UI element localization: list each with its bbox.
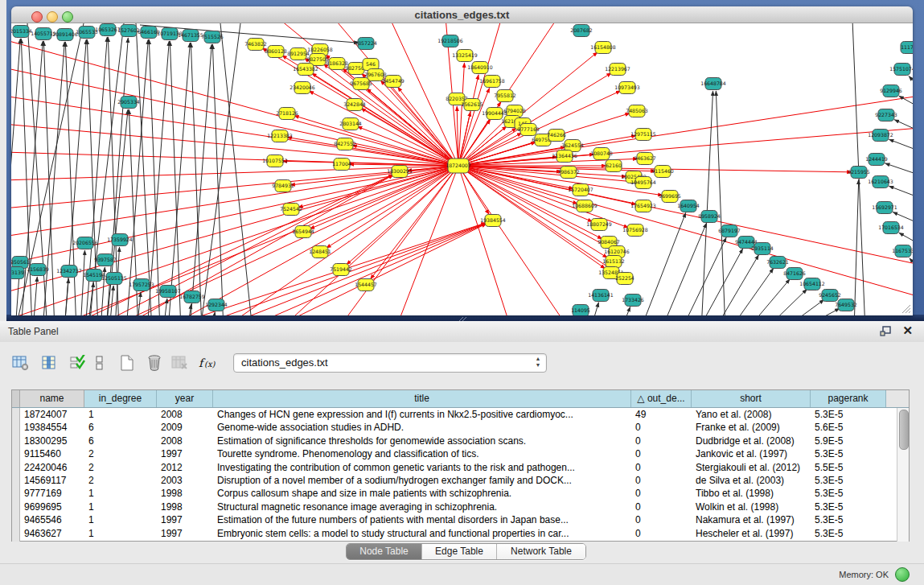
column-select-icon[interactable] [66, 352, 88, 374]
citation-network-graph[interactable]: 2015334140557192089140610655331065326715… [11, 23, 913, 315]
table-cell[interactable]: Tourette syndrome. Phenomenology and cla… [213, 447, 631, 460]
table-cell[interactable]: 2 [84, 447, 157, 460]
table-cell[interactable]: 2012 [157, 461, 213, 474]
network-canvas[interactable]: 2015334140557192089140610655331065326715… [11, 23, 913, 315]
table-cell[interactable]: 19384554 [20, 421, 84, 434]
table-cell[interactable]: 5.6E-5 [811, 421, 886, 434]
table-cell[interactable]: 0 [631, 501, 692, 513]
table-row[interactable]: 946362711997Embryonic stem cells: a mode… [20, 527, 909, 540]
table-cell[interactable]: Franke et al. (2009) [692, 421, 811, 434]
table-row[interactable]: 2242004622012Investigating the contribut… [20, 461, 909, 474]
table-cell[interactable]: 1 [84, 487, 157, 500]
table-cell[interactable]: Estimation of the future numbers of pati… [213, 513, 631, 526]
table-cell[interactable]: Structural magnetic resonance image aver… [213, 501, 631, 513]
table-cell[interactable]: 5.3E-5 [811, 513, 886, 526]
table-cell[interactable]: Embryonic stem cells: a model to study s… [213, 527, 631, 540]
tab-network-table[interactable]: Network Table [497, 544, 585, 559]
table-cell[interactable]: 5.5E-5 [811, 461, 886, 474]
table-mode-icon[interactable] [10, 352, 32, 374]
table-cell[interactable]: 1997 [157, 447, 213, 460]
table-cell[interactable]: 14569117 [20, 474, 84, 487]
column-header-title[interactable]: title [213, 390, 631, 407]
vertical-scrollbar[interactable] [897, 408, 909, 542]
table-cell[interactable]: 1998 [157, 501, 213, 513]
table-cell[interactable]: 0 [631, 487, 692, 500]
table-cell[interactable]: 6 [84, 435, 157, 447]
rows-icon[interactable] [88, 352, 111, 374]
table-row[interactable]: 969969511998Structural magnetic resonanc… [20, 501, 909, 513]
table-cell[interactable]: 9115460 [20, 447, 84, 460]
show-columns-icon[interactable] [39, 352, 61, 374]
table-cell[interactable]: 6 [84, 421, 157, 434]
table-cell[interactable]: 5.3E-5 [811, 527, 886, 540]
table-cell[interactable]: 2 [84, 474, 157, 487]
table-cell[interactable]: Dudbridge et al. (2008) [692, 435, 811, 447]
table-cell[interactable]: 9463627 [20, 527, 84, 540]
table-row[interactable]: 911546021997Tourette syndrome. Phenomeno… [20, 447, 909, 460]
table-cell[interactable]: 18300295 [20, 435, 84, 447]
table-cell[interactable]: 1 [84, 408, 157, 421]
table-cell[interactable]: 2009 [157, 421, 213, 434]
table-selector-dropdown[interactable]: citations_edges.txt ▲▼ [233, 353, 547, 373]
table-cell[interactable]: 0 [631, 513, 692, 526]
table-cell[interactable]: 2008 [157, 435, 213, 447]
window-resize-grip[interactable] [900, 303, 911, 314]
table-cell[interactable]: Nakamura et al. (1997) [692, 513, 811, 526]
table-cell[interactable]: 1 [84, 527, 157, 540]
table-cell[interactable]: Hescheler et al. (1997) [692, 527, 811, 540]
table-cell[interactable]: 0 [631, 421, 692, 434]
table-row[interactable]: 1938455462009Genome-wide association stu… [20, 421, 909, 434]
table-cell[interactable]: Yano et al. (2008) [692, 408, 811, 421]
table-cell[interactable]: 1 [84, 501, 157, 513]
table-cell[interactable]: 2003 [157, 474, 213, 487]
table-cell[interactable]: 2 [84, 461, 157, 474]
table-cell[interactable]: 5.3E-5 [811, 447, 886, 460]
table-cell[interactable]: de Silva et al. (2003) [692, 474, 811, 487]
table-cell[interactable]: 1998 [157, 487, 213, 500]
table-cell[interactable]: Investigating the contribution of common… [213, 461, 631, 474]
table-cell[interactable]: Disruption of a novel member of a sodium… [213, 474, 631, 487]
table-cell[interactable]: Jankovic et al. (1997) [692, 447, 811, 460]
table-cell[interactable]: 9699695 [20, 501, 84, 513]
table-cell[interactable]: 22420046 [20, 461, 84, 474]
table-row[interactable]: 1872400712008Changes of HCN gene express… [20, 408, 909, 421]
column-header-name[interactable]: name [20, 390, 84, 407]
table-cell[interactable]: Stergiakouli et al. (2012) [692, 461, 811, 474]
table-cell[interactable]: 0 [631, 435, 692, 447]
table-cell[interactable]: Tibbo et al. (1998) [692, 487, 811, 500]
table-cell[interactable]: Estimation of significance thresholds fo… [213, 435, 631, 447]
table-cell[interactable]: 5.3E-5 [811, 501, 886, 513]
table-cell[interactable]: 1 [84, 513, 157, 526]
table-cell[interactable]: 5.3E-5 [811, 408, 886, 421]
table-cell[interactable]: 0 [631, 461, 692, 474]
table-row[interactable]: 946554611997Estimation of the future num… [20, 513, 909, 526]
table-cell[interactable]: 18724007 [20, 408, 84, 421]
table-cell[interactable]: 0 [631, 474, 692, 487]
column-header-pagerank[interactable]: pagerank [811, 390, 886, 407]
delete-icon[interactable] [143, 352, 166, 374]
table-cell[interactable]: 0 [631, 527, 692, 540]
table-cell[interactable]: 5.3E-5 [811, 474, 886, 487]
table-row[interactable]: 1456911722003Disruption of a novel membe… [20, 474, 909, 487]
fx-icon[interactable]: f(x) [196, 352, 219, 374]
table-cell[interactable]: 0 [631, 447, 692, 460]
network-window-titlebar[interactable]: citations_edges.txt [11, 6, 913, 23]
table-cell[interactable]: 49 [631, 408, 692, 421]
table-cell[interactable]: Changes of HCN gene expression and I(f) … [213, 408, 631, 421]
tab-node-table[interactable]: Node Table [347, 544, 422, 559]
column-header-in_degree[interactable]: in_degree [84, 390, 157, 407]
column-header-short[interactable]: short [692, 390, 811, 407]
create-table-icon[interactable] [116, 352, 138, 374]
table-cell[interactable]: Genome-wide association studies in ADHD. [213, 421, 631, 434]
table-cell[interactable]: 5.9E-5 [811, 435, 886, 447]
scrollbar-thumb[interactable] [899, 410, 909, 450]
table-cell[interactable]: 9777169 [20, 487, 84, 500]
table-cell[interactable]: 1997 [157, 527, 213, 540]
table-cell[interactable]: Corpus callosum shape and size in male p… [213, 487, 631, 500]
table-cell[interactable]: 5.3E-5 [811, 487, 886, 500]
column-header-out_de[interactable]: △ out_de... [631, 390, 692, 407]
close-panel-icon[interactable]: ✕ [902, 323, 913, 338]
table-row[interactable]: 1830029562008Estimation of significance … [20, 435, 909, 447]
column-header-year[interactable]: year [157, 390, 213, 407]
float-panel-icon[interactable] [880, 326, 892, 336]
